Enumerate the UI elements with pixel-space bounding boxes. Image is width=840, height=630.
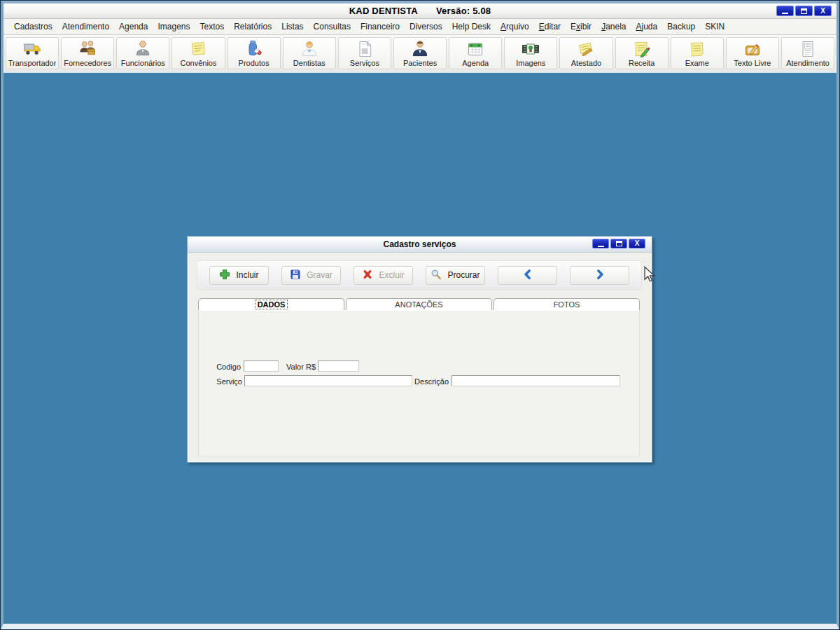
incluir-button[interactable]: Incluir (209, 266, 269, 285)
servico-input[interactable] (244, 375, 412, 386)
close-button[interactable]: X (814, 6, 832, 16)
toolbar-button-receita[interactable]: Receita (615, 37, 668, 69)
dialog-body: Incluir Gravar Excluir Procurar (188, 253, 652, 462)
toolbar-button-pacientes[interactable]: Pacientes (393, 37, 447, 69)
window-controls: X (776, 6, 832, 16)
menu-item-agenda[interactable]: Agenda (114, 22, 153, 31)
toolbar-button-servicos[interactable]: Serviços (338, 37, 391, 69)
menu-item-cadastros[interactable]: Cadastros (9, 22, 57, 31)
plus-icon (219, 269, 230, 282)
patient-icon (410, 39, 430, 59)
toolbar-button-texto-livre[interactable]: Texto Livre (726, 37, 779, 69)
maximize-icon (616, 241, 622, 246)
minimize-button[interactable] (776, 6, 794, 16)
close-icon: X (820, 8, 825, 15)
toolbar-button-imagens[interactable]: Imagens (504, 37, 557, 69)
menu-item-janela[interactable]: Janela (596, 22, 631, 31)
free-text-icon (743, 39, 762, 59)
menu-item-ajuda[interactable]: Ajuda (631, 22, 663, 31)
procurar-button[interactable]: Procurar (426, 266, 485, 285)
menu-item-skin[interactable]: SKIN (700, 22, 729, 31)
dialog-close-button[interactable]: X (629, 239, 645, 248)
tab-panel-dados: Codigo Valor R$ Serviço Descrição (198, 310, 640, 456)
dialog-titlebar[interactable]: Cadastro serviços X (188, 237, 652, 253)
codigo-label: Codigo (207, 362, 241, 372)
tab-fotos[interactable]: FOTOS (493, 298, 640, 310)
menu-item-atendimento[interactable]: Atendimento (57, 22, 114, 31)
window-title: KAD DENTISTAVersão: 5.08 (349, 6, 491, 16)
search-icon (430, 269, 442, 282)
tab-bar: DADOS ANOTAÇÕES FOTOS (198, 298, 640, 310)
dialog-minimize-button[interactable] (592, 239, 609, 248)
toolbar-button-funcionarios[interactable]: Funcionários (116, 37, 169, 69)
menu-item-listas[interactable]: Listas (276, 22, 308, 31)
toolbar-button-fornecedores[interactable]: Fornecedores (61, 37, 114, 69)
delete-icon (362, 269, 373, 282)
valor-label: Valor R$ (279, 362, 316, 372)
dialog-cadastro-servicos: Cadastro serviços X Incluir Gravar (187, 236, 652, 463)
toolbar-button-label: Produtos (239, 59, 270, 67)
save-icon (290, 269, 301, 282)
toolbar-button-label: Funcionários (121, 59, 165, 67)
next-record-button[interactable] (570, 266, 629, 285)
menu-item-financeiro[interactable]: Financeiro (356, 22, 405, 31)
close-icon: X (635, 240, 640, 247)
menu-item-arquivo[interactable]: Arquivo (496, 22, 534, 31)
toolbar-button-label: Atestado (571, 59, 601, 67)
tab-dados[interactable]: DADOS (198, 298, 344, 310)
agreement-note-icon (188, 39, 208, 59)
maximize-button[interactable] (795, 6, 813, 16)
toolbar-button-label: Serviços (350, 59, 379, 67)
toolbar-button-label: Convênios (181, 59, 217, 67)
toolbar-button-label: Dentistas (293, 59, 326, 67)
maximize-icon (801, 8, 807, 14)
chevron-left-icon (522, 269, 533, 282)
toolbar-button-produtos[interactable]: Produtos (227, 37, 281, 69)
excluir-button[interactable]: Excluir (354, 266, 413, 285)
dialog-window-controls: X (592, 239, 645, 248)
gravar-button[interactable]: Gravar (281, 266, 341, 285)
toolbar-button-label: Imagens (516, 59, 545, 67)
toolbar: Transportador Fornecedores Funcionários … (4, 35, 836, 73)
menu-item-diversos[interactable]: Diversos (405, 22, 447, 31)
valor-input[interactable] (318, 360, 359, 372)
main-titlebar[interactable]: KAD DENTISTAVersão: 5.08 X (4, 4, 836, 19)
descricao-label: Descrição (412, 377, 449, 386)
menu-item-exibir[interactable]: Exibir (566, 22, 596, 31)
toolbar-button-convenios[interactable]: Convênios (172, 37, 225, 69)
toolbar-button-atestado[interactable]: Atestado (559, 37, 612, 69)
toolbar-button-label: Transportador (8, 59, 57, 67)
toolbar-button-label: Atendimento (786, 59, 830, 67)
menu-item-consultas[interactable]: Consultas (309, 22, 356, 31)
dialog-maximize-button[interactable] (610, 239, 627, 248)
servico-label: Serviço (207, 377, 242, 386)
menu-item-editar[interactable]: Editar (534, 22, 566, 31)
mouse-cursor (643, 266, 657, 283)
previous-record-button[interactable] (498, 266, 557, 285)
exam-note-icon (687, 39, 707, 59)
toolbar-button-exame[interactable]: Exame (671, 37, 724, 69)
toolbar-button-atendimento[interactable]: Atendimento (781, 37, 834, 69)
application-window: KAD DENTISTAVersão: 5.08 X Cadastros Ate… (0, 0, 840, 630)
menu-item-relatorios[interactable]: Relatórios (229, 22, 276, 31)
codigo-input[interactable] (244, 360, 279, 372)
toolbar-button-label: Texto Livre (734, 59, 771, 67)
dialog-action-bar: Incluir Gravar Excluir Procurar (197, 260, 642, 290)
services-document-icon (355, 39, 374, 59)
toolbar-button-dentistas[interactable]: Dentistas (283, 37, 336, 69)
tab-anotacoes[interactable]: ANOTAÇÕES (346, 298, 492, 310)
dialog-title: Cadastro serviços (383, 239, 456, 249)
menu-item-imagens[interactable]: Imagens (153, 22, 195, 31)
toolbar-button-agenda[interactable]: Agenda (449, 37, 502, 69)
menu-item-textos[interactable]: Textos (195, 22, 230, 31)
menu-item-helpdesk[interactable]: Help Desk (447, 22, 496, 31)
toolbar-button-label: Receita (629, 59, 654, 67)
menu-item-backup[interactable]: Backup (662, 22, 700, 31)
prescription-icon (632, 39, 652, 59)
employee-icon (133, 39, 153, 59)
toolbar-button-transportador[interactable]: Transportador (6, 37, 59, 69)
minimize-icon (598, 246, 604, 247)
toolbar-button-label: Agenda (462, 59, 489, 67)
minimize-icon (782, 13, 788, 14)
descricao-input[interactable] (451, 375, 620, 386)
